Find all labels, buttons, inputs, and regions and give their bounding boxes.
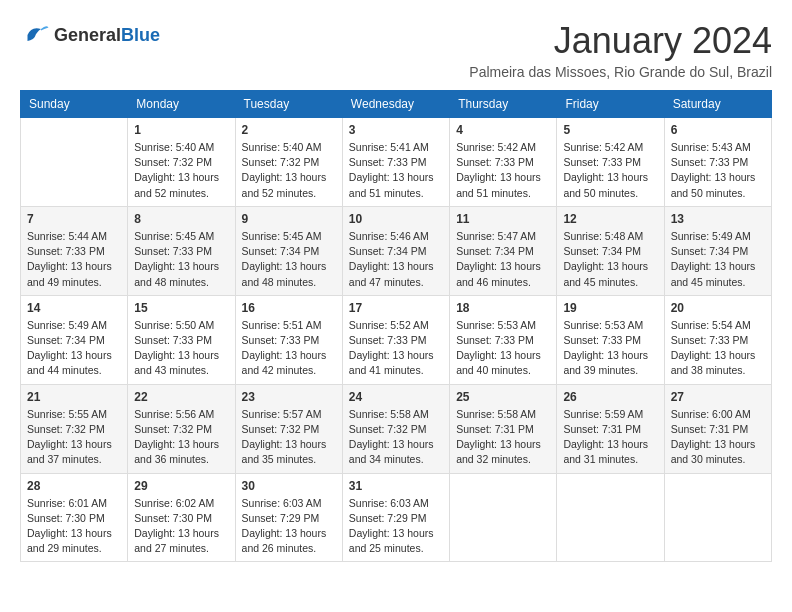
calendar-cell: 12 Sunrise: 5:48 AM Sunset: 7:34 PM Dayl… <box>557 206 664 295</box>
day-info: Sunrise: 5:59 AM Sunset: 7:31 PM Dayligh… <box>563 407 657 468</box>
calendar-week-row: 1 Sunrise: 5:40 AM Sunset: 7:32 PM Dayli… <box>21 118 772 207</box>
day-info: Sunrise: 6:01 AM Sunset: 7:30 PM Dayligh… <box>27 496 121 557</box>
calendar-cell: 2 Sunrise: 5:40 AM Sunset: 7:32 PM Dayli… <box>235 118 342 207</box>
calendar-cell: 31 Sunrise: 6:03 AM Sunset: 7:29 PM Dayl… <box>342 473 449 562</box>
day-number: 13 <box>671 212 765 226</box>
calendar-cell: 5 Sunrise: 5:42 AM Sunset: 7:33 PM Dayli… <box>557 118 664 207</box>
calendar-header-row: SundayMondayTuesdayWednesdayThursdayFrid… <box>21 91 772 118</box>
calendar-cell: 21 Sunrise: 5:55 AM Sunset: 7:32 PM Dayl… <box>21 384 128 473</box>
column-header-tuesday: Tuesday <box>235 91 342 118</box>
calendar-cell: 17 Sunrise: 5:52 AM Sunset: 7:33 PM Dayl… <box>342 295 449 384</box>
day-info: Sunrise: 5:51 AM Sunset: 7:33 PM Dayligh… <box>242 318 336 379</box>
day-info: Sunrise: 5:44 AM Sunset: 7:33 PM Dayligh… <box>27 229 121 290</box>
logo-general-text: General <box>54 25 121 45</box>
calendar-cell: 6 Sunrise: 5:43 AM Sunset: 7:33 PM Dayli… <box>664 118 771 207</box>
day-info: Sunrise: 5:45 AM Sunset: 7:33 PM Dayligh… <box>134 229 228 290</box>
day-info: Sunrise: 5:46 AM Sunset: 7:34 PM Dayligh… <box>349 229 443 290</box>
day-number: 6 <box>671 123 765 137</box>
calendar-week-row: 21 Sunrise: 5:55 AM Sunset: 7:32 PM Dayl… <box>21 384 772 473</box>
day-number: 10 <box>349 212 443 226</box>
day-info: Sunrise: 5:48 AM Sunset: 7:34 PM Dayligh… <box>563 229 657 290</box>
day-info: Sunrise: 5:58 AM Sunset: 7:31 PM Dayligh… <box>456 407 550 468</box>
calendar-cell: 25 Sunrise: 5:58 AM Sunset: 7:31 PM Dayl… <box>450 384 557 473</box>
day-info: Sunrise: 6:03 AM Sunset: 7:29 PM Dayligh… <box>349 496 443 557</box>
day-number: 16 <box>242 301 336 315</box>
logo-blue-text: Blue <box>121 25 160 45</box>
calendar-cell: 30 Sunrise: 6:03 AM Sunset: 7:29 PM Dayl… <box>235 473 342 562</box>
calendar-cell: 15 Sunrise: 5:50 AM Sunset: 7:33 PM Dayl… <box>128 295 235 384</box>
day-number: 29 <box>134 479 228 493</box>
day-info: Sunrise: 5:57 AM Sunset: 7:32 PM Dayligh… <box>242 407 336 468</box>
day-number: 9 <box>242 212 336 226</box>
calendar-cell <box>557 473 664 562</box>
day-number: 24 <box>349 390 443 404</box>
day-number: 22 <box>134 390 228 404</box>
calendar-cell: 16 Sunrise: 5:51 AM Sunset: 7:33 PM Dayl… <box>235 295 342 384</box>
day-number: 5 <box>563 123 657 137</box>
day-number: 31 <box>349 479 443 493</box>
calendar-week-row: 14 Sunrise: 5:49 AM Sunset: 7:34 PM Dayl… <box>21 295 772 384</box>
column-header-saturday: Saturday <box>664 91 771 118</box>
day-number: 2 <box>242 123 336 137</box>
calendar-cell: 29 Sunrise: 6:02 AM Sunset: 7:30 PM Dayl… <box>128 473 235 562</box>
day-info: Sunrise: 6:03 AM Sunset: 7:29 PM Dayligh… <box>242 496 336 557</box>
calendar-cell <box>450 473 557 562</box>
day-number: 11 <box>456 212 550 226</box>
day-number: 1 <box>134 123 228 137</box>
calendar-cell: 19 Sunrise: 5:53 AM Sunset: 7:33 PM Dayl… <box>557 295 664 384</box>
day-info: Sunrise: 5:40 AM Sunset: 7:32 PM Dayligh… <box>242 140 336 201</box>
calendar-cell: 18 Sunrise: 5:53 AM Sunset: 7:33 PM Dayl… <box>450 295 557 384</box>
day-info: Sunrise: 5:40 AM Sunset: 7:32 PM Dayligh… <box>134 140 228 201</box>
calendar-body: 1 Sunrise: 5:40 AM Sunset: 7:32 PM Dayli… <box>21 118 772 562</box>
column-header-friday: Friday <box>557 91 664 118</box>
title-section: January 2024 Palmeira das Missoes, Rio G… <box>469 20 772 80</box>
logo: GeneralBlue <box>20 20 160 50</box>
calendar-cell: 23 Sunrise: 5:57 AM Sunset: 7:32 PM Dayl… <box>235 384 342 473</box>
logo-bird-icon <box>20 20 50 50</box>
day-number: 23 <box>242 390 336 404</box>
day-number: 7 <box>27 212 121 226</box>
calendar-week-row: 28 Sunrise: 6:01 AM Sunset: 7:30 PM Dayl… <box>21 473 772 562</box>
day-info: Sunrise: 5:56 AM Sunset: 7:32 PM Dayligh… <box>134 407 228 468</box>
day-info: Sunrise: 5:43 AM Sunset: 7:33 PM Dayligh… <box>671 140 765 201</box>
day-number: 27 <box>671 390 765 404</box>
day-info: Sunrise: 5:49 AM Sunset: 7:34 PM Dayligh… <box>27 318 121 379</box>
day-info: Sunrise: 5:50 AM Sunset: 7:33 PM Dayligh… <box>134 318 228 379</box>
day-info: Sunrise: 5:41 AM Sunset: 7:33 PM Dayligh… <box>349 140 443 201</box>
calendar-cell: 14 Sunrise: 5:49 AM Sunset: 7:34 PM Dayl… <box>21 295 128 384</box>
day-number: 18 <box>456 301 550 315</box>
calendar-cell: 11 Sunrise: 5:47 AM Sunset: 7:34 PM Dayl… <box>450 206 557 295</box>
day-number: 25 <box>456 390 550 404</box>
day-number: 17 <box>349 301 443 315</box>
day-number: 28 <box>27 479 121 493</box>
month-title: January 2024 <box>469 20 772 62</box>
day-number: 3 <box>349 123 443 137</box>
day-info: Sunrise: 5:42 AM Sunset: 7:33 PM Dayligh… <box>456 140 550 201</box>
day-number: 30 <box>242 479 336 493</box>
day-info: Sunrise: 5:49 AM Sunset: 7:34 PM Dayligh… <box>671 229 765 290</box>
calendar-week-row: 7 Sunrise: 5:44 AM Sunset: 7:33 PM Dayli… <box>21 206 772 295</box>
day-number: 21 <box>27 390 121 404</box>
day-info: Sunrise: 5:54 AM Sunset: 7:33 PM Dayligh… <box>671 318 765 379</box>
calendar-cell: 13 Sunrise: 5:49 AM Sunset: 7:34 PM Dayl… <box>664 206 771 295</box>
page-header: GeneralBlue January 2024 Palmeira das Mi… <box>20 20 772 80</box>
day-info: Sunrise: 5:55 AM Sunset: 7:32 PM Dayligh… <box>27 407 121 468</box>
day-number: 12 <box>563 212 657 226</box>
day-info: Sunrise: 5:53 AM Sunset: 7:33 PM Dayligh… <box>456 318 550 379</box>
calendar-cell: 10 Sunrise: 5:46 AM Sunset: 7:34 PM Dayl… <box>342 206 449 295</box>
calendar-cell: 8 Sunrise: 5:45 AM Sunset: 7:33 PM Dayli… <box>128 206 235 295</box>
day-number: 20 <box>671 301 765 315</box>
day-info: Sunrise: 5:58 AM Sunset: 7:32 PM Dayligh… <box>349 407 443 468</box>
calendar-cell: 20 Sunrise: 5:54 AM Sunset: 7:33 PM Dayl… <box>664 295 771 384</box>
day-number: 4 <box>456 123 550 137</box>
column-header-thursday: Thursday <box>450 91 557 118</box>
calendar-cell: 7 Sunrise: 5:44 AM Sunset: 7:33 PM Dayli… <box>21 206 128 295</box>
calendar-cell: 27 Sunrise: 6:00 AM Sunset: 7:31 PM Dayl… <box>664 384 771 473</box>
day-info: Sunrise: 5:52 AM Sunset: 7:33 PM Dayligh… <box>349 318 443 379</box>
day-info: Sunrise: 6:00 AM Sunset: 7:31 PM Dayligh… <box>671 407 765 468</box>
calendar-cell: 4 Sunrise: 5:42 AM Sunset: 7:33 PM Dayli… <box>450 118 557 207</box>
calendar-cell: 9 Sunrise: 5:45 AM Sunset: 7:34 PM Dayli… <box>235 206 342 295</box>
day-info: Sunrise: 5:47 AM Sunset: 7:34 PM Dayligh… <box>456 229 550 290</box>
calendar-cell: 22 Sunrise: 5:56 AM Sunset: 7:32 PM Dayl… <box>128 384 235 473</box>
day-number: 8 <box>134 212 228 226</box>
